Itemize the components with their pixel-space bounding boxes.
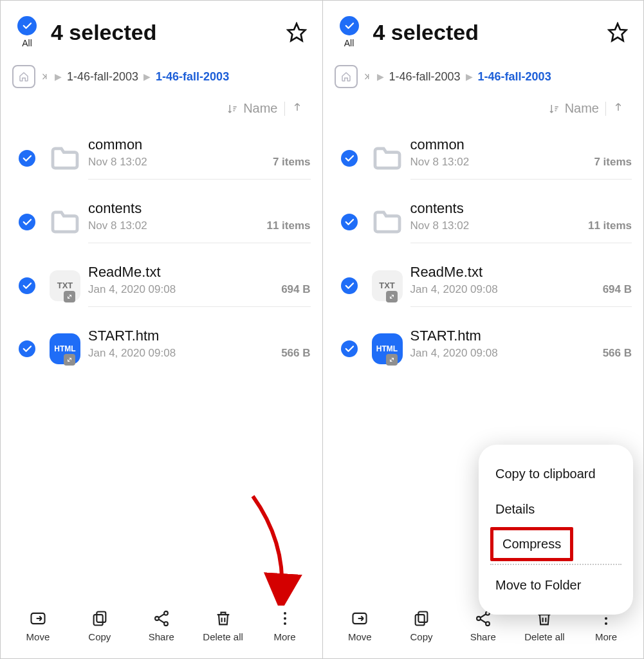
- expand-icon: [64, 291, 75, 302]
- folder-icon: [42, 210, 88, 234]
- file-row[interactable]: common Nov 8 13:02 7 items: [12, 126, 311, 190]
- check-icon[interactable]: [341, 150, 358, 167]
- file-date: Nov 8 13:02: [410, 219, 470, 232]
- file-name: START.htm: [88, 328, 311, 344]
- move-button[interactable]: Move: [12, 609, 64, 642]
- svg-rect-4: [93, 615, 102, 625]
- file-row[interactable]: common Nov 8 13:027 items: [335, 126, 632, 190]
- chevron-right-icon: ▶: [377, 71, 384, 82]
- file-list: common Nov 8 13:02 7 items contents Nov …: [12, 126, 311, 658]
- check-icon: [17, 16, 37, 35]
- check-icon[interactable]: [19, 150, 35, 167]
- annotation-highlight: Compress: [490, 527, 573, 561]
- svg-marker-0: [288, 24, 305, 41]
- file-date: Jan 4, 2020 09:08: [410, 347, 498, 360]
- breadcrumb-current[interactable]: 1-46-fall-2003: [478, 70, 551, 84]
- check-icon[interactable]: [19, 340, 35, 357]
- breadcrumb-skip[interactable]: [363, 72, 372, 81]
- trash-icon: [214, 609, 232, 627]
- select-all-button[interactable]: All: [335, 16, 364, 48]
- breadcrumb-skip[interactable]: [41, 72, 50, 81]
- share-button[interactable]: Share: [136, 609, 187, 642]
- file-name: ReadMe.txt: [88, 264, 311, 281]
- file-row[interactable]: TXT ReadMe.txt Jan 4, 2020 09:08 694 B: [12, 254, 311, 317]
- check-icon[interactable]: [341, 277, 358, 294]
- header: All 4 selected: [12, 16, 311, 48]
- home-button[interactable]: [12, 65, 35, 88]
- html-file-icon: HTML: [50, 333, 80, 364]
- file-row[interactable]: contents Nov 8 13:0211 items: [335, 190, 632, 254]
- file-meta: 7 items: [594, 156, 632, 169]
- skip-icon: [41, 72, 50, 81]
- page-title: 4 selected: [51, 20, 282, 45]
- breadcrumb-current[interactable]: 1-46-fall-2003: [156, 70, 229, 84]
- file-row[interactable]: contents Nov 8 13:02 11 items: [12, 190, 311, 254]
- sort-bar: Name: [335, 97, 632, 126]
- file-name: contents: [88, 200, 311, 217]
- header: All 4 selected: [335, 16, 632, 48]
- file-row[interactable]: HTML START.htm Jan 4, 2020 09:08 566 B: [12, 317, 311, 380]
- menu-move-folder[interactable]: Move to Folder: [479, 568, 633, 603]
- txt-file-icon: TXT: [50, 270, 80, 301]
- delete-all-button[interactable]: Delete all: [198, 609, 249, 642]
- star-icon: [286, 22, 307, 42]
- sort-icon: [548, 103, 560, 115]
- arrow-up-icon: [612, 101, 624, 113]
- chevron-right-icon: ▶: [143, 71, 151, 82]
- file-date: Nov 8 13:02: [88, 156, 147, 169]
- breadcrumb: ▶ 1-46-fall-2003 ▶ 1-46-fall-2003: [12, 65, 311, 88]
- sort-label: Name: [243, 101, 277, 116]
- arrow-up-icon: [291, 101, 303, 113]
- chevron-right-icon: ▶: [466, 71, 473, 82]
- check-icon[interactable]: [19, 214, 35, 230]
- page-title: 4 selected: [373, 20, 604, 45]
- menu-details[interactable]: Details: [479, 492, 633, 527]
- check-icon[interactable]: [341, 340, 358, 357]
- chevron-right-icon: ▶: [55, 71, 62, 82]
- copy-icon: [91, 609, 109, 627]
- divider: [284, 102, 285, 116]
- check-icon[interactable]: [341, 214, 358, 230]
- file-row[interactable]: TXT ReadMe.txt Jan 4, 2020 09:08694 B: [335, 254, 632, 317]
- breadcrumb-item[interactable]: 1-46-fall-2003: [389, 70, 461, 84]
- file-meta: 694 B: [603, 283, 632, 296]
- more-icon: [284, 609, 286, 627]
- copy-icon: [412, 609, 430, 627]
- home-button[interactable]: [335, 65, 358, 88]
- bottom-bar: Move Copy Share Delete all More: [1, 599, 322, 658]
- sort-label: Name: [565, 101, 599, 116]
- file-row[interactable]: HTML START.htm Jan 4, 2020 09:08566 B: [335, 317, 632, 380]
- copy-button[interactable]: Copy: [396, 609, 447, 642]
- file-date: Jan 4, 2020 09:08: [410, 283, 498, 296]
- all-label: All: [22, 38, 32, 48]
- menu-copy-clipboard[interactable]: Copy to clipboard: [479, 456, 633, 492]
- file-meta: 11 items: [266, 219, 310, 232]
- check-icon[interactable]: [19, 277, 35, 294]
- menu-compress[interactable]: Compress: [493, 530, 570, 558]
- divider: [605, 102, 606, 116]
- file-name: common: [88, 136, 311, 153]
- file-name: common: [410, 136, 632, 153]
- expand-icon: [64, 354, 75, 366]
- sort-direction-button[interactable]: [612, 101, 624, 116]
- share-icon: [152, 609, 170, 627]
- svg-marker-8: [609, 24, 627, 41]
- sort-button[interactable]: Name: [548, 101, 599, 116]
- sort-direction-button[interactable]: [291, 101, 303, 116]
- breadcrumb-item[interactable]: 1-46-fall-2003: [67, 70, 138, 84]
- more-button[interactable]: More: [259, 609, 311, 642]
- favorite-button[interactable]: [603, 18, 632, 46]
- folder-icon: [364, 146, 410, 171]
- select-all-button[interactable]: All: [12, 16, 42, 48]
- file-meta: 566 B: [603, 347, 632, 360]
- move-icon: [351, 609, 369, 627]
- copy-button[interactable]: Copy: [74, 609, 125, 642]
- file-date: Jan 4, 2020 09:08: [88, 347, 176, 360]
- favorite-button[interactable]: [282, 18, 311, 46]
- check-icon: [340, 16, 359, 35]
- file-meta: 7 items: [273, 156, 311, 169]
- sort-button[interactable]: Name: [226, 101, 277, 116]
- file-meta: 11 items: [588, 219, 632, 232]
- move-button[interactable]: Move: [334, 609, 385, 642]
- sort-bar: Name: [12, 97, 311, 126]
